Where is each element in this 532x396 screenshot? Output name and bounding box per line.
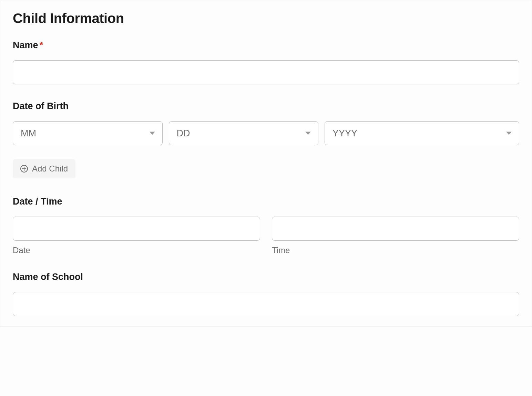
datetime-row: Date Time [13,217,519,255]
dob-day-select[interactable]: DD [169,121,319,145]
time-input[interactable] [272,217,519,241]
datetime-field-group: Date / Time Date Time [13,196,519,255]
school-field-group: Name of School [13,272,519,316]
name-field-group: Name* [13,40,519,84]
datetime-label: Date / Time [13,196,519,207]
date-sublabel: Date [13,246,260,255]
dob-month-select-wrap: MM [13,121,163,145]
dob-label: Date of Birth [13,101,519,112]
add-child-label: Add Child [32,164,68,174]
add-child-button[interactable]: Add Child [13,159,75,178]
school-input[interactable] [13,292,519,316]
dob-field-group: Date of Birth MM DD YYYY [13,101,519,145]
dob-year-select-wrap: YYYY [325,121,519,145]
section-title: Child Information [13,11,519,26]
name-label: Name* [13,40,519,51]
school-label: Name of School [13,272,519,282]
required-asterisk: * [40,40,43,50]
plus-circle-icon [20,165,28,173]
name-label-text: Name [13,40,38,50]
name-input[interactable] [13,60,519,84]
date-column: Date [13,217,260,255]
dob-day-select-wrap: DD [169,121,319,145]
time-column: Time [272,217,519,255]
date-input[interactable] [13,217,260,241]
time-sublabel: Time [272,246,519,255]
dob-month-select[interactable]: MM [13,121,163,145]
dob-row: MM DD YYYY [13,121,519,145]
dob-year-select[interactable]: YYYY [325,121,519,145]
